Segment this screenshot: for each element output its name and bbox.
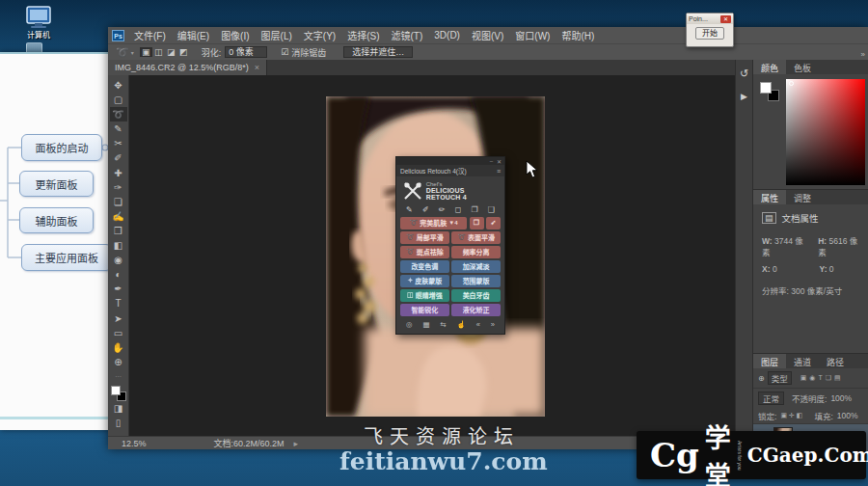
color-picker-marker[interactable]: [789, 81, 794, 86]
pointer-window-close-icon[interactable]: ✕: [720, 15, 731, 23]
retouch-shape-icon[interactable]: ◻: [455, 205, 462, 214]
selection-subtract-icon[interactable]: ◪: [165, 47, 177, 57]
menu-view[interactable]: 视图(V): [466, 28, 509, 42]
retouch-button-dodge-burn[interactable]: 加深减淡: [451, 260, 501, 273]
mindmap-node-update-panel[interactable]: 更新面板: [19, 171, 94, 197]
layer-filter-search-icon[interactable]: ⊕: [758, 374, 765, 383]
type-tool-icon[interactable]: T: [110, 296, 127, 310]
tab-properties[interactable]: 属性: [753, 190, 786, 204]
antialias-checkbox[interactable]: ☑: [281, 47, 288, 57]
retouch-button-eye-enhance[interactable]: ◫眼睛增强: [400, 289, 449, 302]
hand-tool-icon[interactable]: ✋: [110, 340, 127, 355]
spot-heal-tool-icon[interactable]: ✚: [110, 166, 127, 180]
panel-minimize-icon[interactable]: –: [490, 158, 493, 164]
quick-select-tool-icon[interactable]: ✎: [110, 122, 127, 136]
retouch-button-surface-smooth[interactable]: ➰表面平滑: [451, 231, 501, 244]
perfect-skin-copy-button[interactable]: ❐: [470, 217, 484, 230]
selection-new-icon[interactable]: ▣: [140, 47, 152, 57]
tab-channels[interactable]: 通道: [786, 354, 819, 368]
eyedropper-tool-icon[interactable]: ✐: [110, 150, 127, 165]
blur-tool-icon[interactable]: ◉: [110, 253, 127, 267]
path-select-tool-icon[interactable]: ➤: [110, 311, 127, 326]
marquee-tool-icon[interactable]: ▢: [110, 93, 127, 107]
retouch-like-icon[interactable]: ☝: [457, 320, 466, 329]
document-tab-close-icon[interactable]: ×: [255, 63, 259, 72]
retouch-button-change-tone[interactable]: 改变色调: [400, 260, 449, 273]
blend-mode-select[interactable]: 正常: [758, 392, 784, 405]
retouch-button-local-smooth[interactable]: ➰局部平滑: [400, 231, 449, 244]
retouch-prev-icon[interactable]: «: [476, 320, 480, 329]
opacity-value[interactable]: 100%: [830, 393, 852, 403]
clone-stamp-tool-icon[interactable]: ❏: [110, 195, 127, 209]
selection-intersect-icon[interactable]: ◩: [177, 47, 190, 57]
retouch-swap-icon[interactable]: ⇆: [440, 320, 446, 329]
layer-filter-type[interactable]: 类型: [768, 371, 792, 385]
mindmap-node-main-panel[interactable]: 主要应用面板: [21, 244, 112, 271]
menu-image[interactable]: 图像(I): [215, 28, 255, 42]
brush-tool-icon[interactable]: ✑: [110, 180, 127, 195]
eraser-tool-icon[interactable]: ❒: [110, 224, 127, 238]
feather-input[interactable]: 0 像素: [225, 46, 267, 58]
document-tab[interactable]: IMG_8446.CR2 @ 12.5%(RGB/8*) ×: [108, 60, 267, 75]
color-picker-field[interactable]: [786, 79, 865, 185]
zoom-tool-icon[interactable]: ⊕: [110, 355, 127, 369]
layer-filter-icons[interactable]: ▣◉T❏▤: [800, 374, 844, 382]
pen-tool-icon[interactable]: ✒: [110, 282, 127, 296]
retouch-panel-menu-icon[interactable]: ≡: [497, 168, 501, 175]
retouch-grid-icon[interactable]: ▦: [422, 320, 429, 329]
mindmap-node-panel-launch[interactable]: 面板的启动: [21, 134, 102, 161]
retouch-next-icon[interactable]: »: [491, 320, 495, 329]
retouch-roller-icon[interactable]: ✏: [439, 205, 446, 214]
retouch-button-liquify-fix[interactable]: 液化矫正: [451, 304, 501, 316]
history-panel-icon[interactable]: ↺: [740, 68, 748, 80]
retouch-stamp-icon[interactable]: ❐: [471, 205, 477, 214]
screen-mode-icon[interactable]: ▯: [110, 416, 127, 430]
retouch-button-whiten-teeth[interactable]: 美白牙齿: [451, 289, 501, 302]
menu-type[interactable]: 文字(Y): [298, 28, 341, 42]
status-arrow-icon[interactable]: ▸: [294, 439, 299, 448]
retouch-button-spot-removal[interactable]: ➰斑点祛除: [400, 246, 449, 258]
retouch-brush-icon[interactable]: ✎: [406, 205, 413, 214]
retouch-search-icon[interactable]: ◎: [406, 320, 413, 329]
menu-window[interactable]: 窗口(W): [509, 28, 556, 42]
tab-swatches[interactable]: 色板: [786, 60, 819, 74]
quick-mask-icon[interactable]: ◨: [110, 401, 127, 416]
retouch-pencil-icon[interactable]: ✐: [422, 205, 429, 214]
retouch-button-smart-sharpen[interactable]: 智能锐化: [400, 304, 449, 316]
menu-edit[interactable]: 编辑(E): [172, 28, 215, 42]
desktop-icon-computer[interactable]: 计算机: [14, 6, 64, 40]
history-brush-tool-icon[interactable]: ✍: [110, 209, 127, 224]
menu-3d[interactable]: 3D(D): [428, 30, 466, 40]
collapse-panels-icon[interactable]: »: [861, 50, 865, 59]
menu-filter[interactable]: 滤镜(T): [386, 28, 429, 42]
panel-close-icon[interactable]: ✕: [497, 158, 502, 165]
dodge-tool-icon[interactable]: ◐: [110, 267, 127, 282]
toolbar-ellipsis-icon[interactable]: ⋯: [110, 369, 127, 384]
actions-panel-icon[interactable]: ▶: [741, 92, 747, 101]
panel-color-swatches[interactable]: [760, 82, 779, 101]
tab-paths[interactable]: 路径: [819, 354, 852, 368]
preset-dropdown-icon[interactable]: ▾: [131, 49, 134, 56]
lasso-tool-preset-icon[interactable]: ➰: [116, 46, 129, 59]
selection-add-icon[interactable]: ◫: [152, 47, 165, 57]
tab-layers[interactable]: 图层: [753, 354, 786, 368]
tab-color[interactable]: 颜色: [753, 60, 786, 74]
menu-select[interactable]: 选择(S): [341, 28, 385, 42]
foreground-color-swatch[interactable]: [111, 386, 121, 395]
perfect-skin-settings-button[interactable]: ➶: [486, 217, 501, 230]
menu-help[interactable]: 帮助(H): [556, 28, 600, 42]
retouch-button-skin-mask[interactable]: ✦皮肤蒙版: [400, 275, 449, 287]
tab-adjustments[interactable]: 调整: [786, 190, 819, 204]
select-and-mask-button[interactable]: 选择并遮住…: [343, 46, 413, 58]
color-swatches[interactable]: [111, 386, 126, 401]
shape-tool-icon[interactable]: ▭: [110, 326, 127, 340]
mindmap-node-aux-panel[interactable]: 辅助面板: [19, 207, 94, 233]
gradient-tool-icon[interactable]: ◧: [110, 238, 127, 253]
retouch-button-frequency-sep[interactable]: 频率分离: [451, 246, 501, 258]
retouch-stamps-icon[interactable]: ❑: [488, 205, 495, 214]
menu-layer[interactable]: 图层(L): [256, 28, 298, 42]
retouch-panel-titlebar[interactable]: Delicious Retouch 4(汉) ≡: [396, 165, 504, 176]
perfect-skin-button[interactable]: ➰ 完美肌肤 ▼4: [400, 217, 467, 230]
menu-file[interactable]: 文件(F): [128, 28, 172, 42]
crop-tool-icon[interactable]: ✂: [110, 136, 127, 150]
